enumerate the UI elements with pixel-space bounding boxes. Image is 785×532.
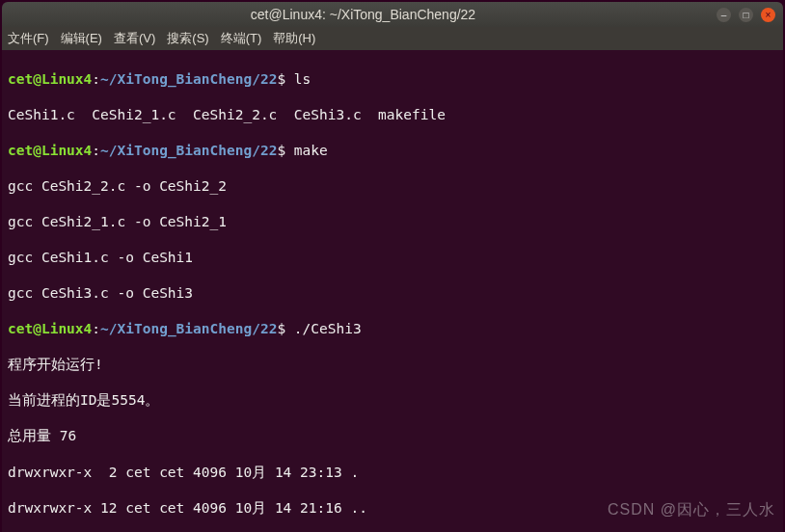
menu-view[interactable]: 查看(V)	[114, 30, 155, 47]
prompt-line-2: cet@Linux4:~/XiTong_BianCheng/22$ make	[8, 142, 777, 160]
prompt-colon: :	[92, 71, 100, 87]
prompt-symbol: $	[277, 71, 293, 87]
window-buttons: – □ ×	[717, 8, 775, 22]
title-bar[interactable]: cet@Linux4: ~/XiTong_BianCheng/22 – □ ×	[2, 2, 783, 27]
command-ls: ls	[294, 71, 311, 87]
menu-search[interactable]: 搜索(S)	[167, 30, 208, 47]
command-make: make	[294, 143, 328, 158]
close-button[interactable]: ×	[761, 8, 775, 22]
prompt-line-1: cet@Linux4:~/XiTong_BianCheng/22$ ls	[8, 70, 777, 89]
prompt-line-3: cet@Linux4:~/XiTong_BianCheng/22$ ./CeSh…	[8, 320, 777, 338]
prompt-user: cet@Linux4	[8, 71, 92, 87]
menu-help[interactable]: 帮助(H)	[273, 30, 315, 47]
terminal-body[interactable]: cet@Linux4:~/XiTong_BianCheng/22$ ls CeS…	[2, 50, 783, 532]
make-output-0: gcc CeShi2_2.c -o CeShi2_2	[8, 177, 777, 196]
run-output-3: drwxrwxr-x 2 cet cet 4096 10月 14 23:13 .	[8, 464, 777, 482]
make-output-3: gcc CeShi3.c -o CeShi3	[8, 284, 777, 303]
run-output-1: 当前进程的ID是5554。	[8, 391, 777, 410]
terminal-window: cet@Linux4: ~/XiTong_BianCheng/22 – □ × …	[2, 2, 783, 532]
maximize-button[interactable]: □	[739, 8, 753, 22]
window-title: cet@Linux4: ~/XiTong_BianCheng/22	[10, 7, 717, 22]
menu-terminal[interactable]: 终端(T)	[221, 30, 262, 47]
prompt-path: ~/XiTong_BianCheng/22	[100, 71, 277, 87]
make-output-2: gcc CeShi1.c -o CeShi1	[8, 249, 777, 267]
make-output-1: gcc CeShi2_1.c -o CeShi2_1	[8, 213, 777, 231]
run-output-0: 程序开始运行!	[8, 356, 777, 374]
run-output-2: 总用量 76	[8, 427, 777, 445]
watermark: CSDN @因心，三人水	[608, 500, 775, 520]
minimize-button[interactable]: –	[717, 8, 731, 22]
menu-edit[interactable]: 编辑(E)	[61, 30, 102, 47]
menu-file[interactable]: 文件(F)	[8, 30, 49, 47]
command-run: ./CeShi3	[294, 321, 362, 336]
ls-output: CeShi1.c CeShi2_1.c CeShi2_2.c CeShi3.c …	[8, 106, 777, 124]
menu-bar[interactable]: 文件(F) 编辑(E) 查看(V) 搜索(S) 终端(T) 帮助(H)	[2, 27, 783, 50]
